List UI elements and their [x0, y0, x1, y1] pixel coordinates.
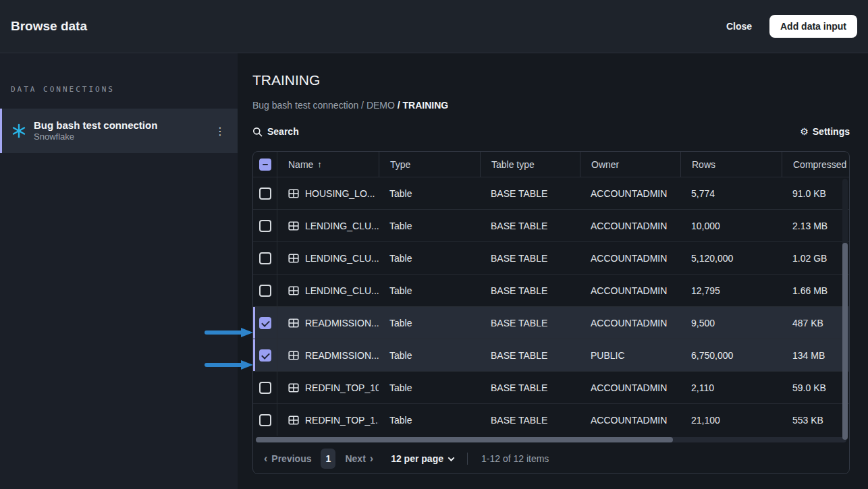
- row-checkbox-cell: [253, 404, 277, 436]
- column-header-rows[interactable]: Rows: [680, 152, 782, 177]
- cell-compressed: 59.0 KB: [782, 382, 849, 393]
- table-name-text: REDFIN_TOP_10: [305, 382, 379, 393]
- row-checkbox-cell: [253, 210, 277, 241]
- cell-rows: 6,750,000: [680, 350, 782, 361]
- table-row[interactable]: LENDING_CLU... Table BASE TABLE ACCOUNTA…: [253, 209, 849, 241]
- cell-owner: ACCOUNTADMIN: [580, 415, 680, 426]
- table-row[interactable]: REDFIN_TOP_1... Table BASE TABLE ACCOUNT…: [253, 403, 849, 436]
- connection-subtitle: Snowflake: [34, 132, 212, 142]
- chevron-left-icon: ‹: [264, 453, 267, 464]
- table-row[interactable]: LENDING_CLU... Table BASE TABLE ACCOUNTA…: [253, 241, 849, 274]
- row-checkbox[interactable]: [259, 317, 271, 329]
- table-name-text: HOUSING_LO...: [305, 188, 375, 199]
- items-range-label: 1-12 of 12 items: [481, 453, 549, 464]
- cell-name[interactable]: READMISSION...: [277, 318, 379, 328]
- cell-table-type: BASE TABLE: [480, 253, 580, 264]
- vertical-scrollbar[interactable]: [842, 179, 848, 434]
- search-input[interactable]: Search: [252, 126, 299, 137]
- cell-compressed: 487 KB: [782, 318, 849, 328]
- cell-type: Table: [379, 188, 480, 199]
- column-header-owner[interactable]: Owner: [580, 152, 680, 177]
- cell-owner: ACCOUNTADMIN: [580, 253, 680, 264]
- table-name-text: REDFIN_TOP_1...: [305, 415, 379, 426]
- cell-rows: 12,795: [680, 285, 782, 296]
- cell-name[interactable]: REDFIN_TOP_10: [277, 382, 379, 393]
- table-grid-icon: [288, 382, 299, 393]
- cell-name[interactable]: REDFIN_TOP_1...: [277, 415, 379, 426]
- kebab-menu-icon[interactable]: ⋮: [212, 125, 228, 138]
- table-name-text: LENDING_CLU...: [305, 221, 379, 231]
- sidebar-item-connection[interactable]: Bug bash test connection Snowflake ⋮: [0, 109, 238, 153]
- cell-name[interactable]: LENDING_CLU...: [277, 253, 379, 264]
- sort-ascending-icon: ↑: [317, 159, 322, 169]
- row-checkbox[interactable]: [259, 252, 271, 264]
- cell-name[interactable]: HOUSING_LO...: [277, 188, 379, 199]
- table-row[interactable]: LENDING_CLU... Table BASE TABLE ACCOUNTA…: [253, 274, 849, 306]
- add-data-input-button[interactable]: Add data input: [769, 15, 857, 38]
- horizontal-scrollbar[interactable]: [256, 437, 846, 442]
- row-checkbox[interactable]: [259, 188, 271, 200]
- row-checkbox[interactable]: [259, 220, 271, 232]
- main-panel: TRAINING Bug bash test connection / DEMO…: [238, 53, 868, 489]
- vertical-scrollbar-thumb[interactable]: [842, 243, 848, 440]
- close-button[interactable]: Close: [726, 21, 752, 32]
- settings-button[interactable]: ⚙ Settings: [800, 126, 850, 137]
- body: DATA CONNECTIONS Bug bash test connectio…: [0, 53, 868, 489]
- table-grid-icon: [288, 188, 299, 199]
- browse-data-modal: Browse data Close Add data input DATA CO…: [0, 0, 868, 489]
- table-grid-icon: [288, 415, 299, 426]
- settings-label: Settings: [813, 126, 850, 137]
- table-name-text: LENDING_CLU...: [305, 253, 379, 264]
- select-all-checkbox[interactable]: [259, 159, 271, 171]
- cell-compressed: 1.66 MB: [782, 285, 849, 296]
- previous-page-button[interactable]: ‹ Previous: [264, 453, 311, 464]
- connection-name: Bug bash test connection: [34, 119, 212, 132]
- table-grid-icon: [288, 350, 299, 361]
- table-name-text: READMISSION...: [305, 350, 379, 361]
- cell-table-type: BASE TABLE: [480, 285, 580, 296]
- table-row[interactable]: REDFIN_TOP_10 Table BASE TABLE ACCOUNTAD…: [253, 371, 849, 403]
- cell-name[interactable]: LENDING_CLU...: [277, 221, 379, 231]
- cell-table-type: BASE TABLE: [480, 350, 580, 361]
- cell-name[interactable]: READMISSION...: [277, 350, 379, 361]
- column-header-name[interactable]: Name ↑: [277, 152, 379, 177]
- cell-name[interactable]: LENDING_CLU...: [277, 285, 379, 296]
- row-checkbox-cell: [253, 339, 277, 371]
- cell-rows: 5,120,000: [680, 253, 782, 264]
- column-header-compressed[interactable]: Compressed: [782, 152, 849, 177]
- row-checkbox-cell: [253, 177, 277, 209]
- row-checkbox[interactable]: [259, 414, 271, 426]
- cell-type: Table: [379, 415, 480, 426]
- cell-rows: 21,100: [680, 415, 782, 426]
- pagination-divider: [467, 453, 468, 465]
- table-grid-icon: [288, 285, 299, 296]
- cell-rows: 10,000: [680, 221, 782, 231]
- row-checkbox-cell: [253, 372, 277, 403]
- next-page-button[interactable]: Next ›: [345, 453, 373, 464]
- table-row[interactable]: READMISSION... Table BASE TABLE ACCOUNTA…: [253, 306, 849, 339]
- column-header-type[interactable]: Type: [379, 152, 480, 177]
- pagination: ‹ Previous 1 Next › 12 per page 1-12 of …: [253, 444, 849, 473]
- horizontal-scrollbar-thumb[interactable]: [256, 437, 673, 442]
- breadcrumb: Bug bash test connection / DEMO / TRAINI…: [252, 100, 868, 111]
- page-title: Browse data: [11, 19, 87, 34]
- gear-icon: ⚙: [800, 126, 809, 137]
- row-checkbox[interactable]: [259, 382, 271, 394]
- table-row[interactable]: HOUSING_LO... Table BASE TABLE ACCOUNTAD…: [253, 177, 849, 209]
- connection-texts: Bug bash test connection Snowflake: [34, 119, 212, 142]
- cell-type: Table: [379, 221, 480, 231]
- data-table: Name ↑ Type Table type Owner Rows Compre…: [252, 151, 850, 474]
- search-label: Search: [267, 126, 299, 137]
- row-checkbox[interactable]: [259, 349, 271, 362]
- cell-table-type: BASE TABLE: [480, 318, 580, 328]
- cell-owner: ACCOUNTADMIN: [580, 382, 680, 393]
- cell-table-type: BASE TABLE: [480, 188, 580, 199]
- row-checkbox[interactable]: [259, 285, 271, 297]
- table-row[interactable]: READMISSION... Table BASE TABLE PUBLIC 6…: [253, 339, 849, 371]
- breadcrumb-prefix[interactable]: Bug bash test connection / DEMO: [252, 100, 398, 111]
- page-size-dropdown[interactable]: 12 per page: [391, 453, 454, 464]
- cell-compressed: 553 KB: [782, 415, 849, 426]
- column-header-table-type[interactable]: Table type: [480, 152, 580, 177]
- current-page-button[interactable]: 1: [321, 449, 335, 469]
- cell-table-type: BASE TABLE: [480, 415, 580, 426]
